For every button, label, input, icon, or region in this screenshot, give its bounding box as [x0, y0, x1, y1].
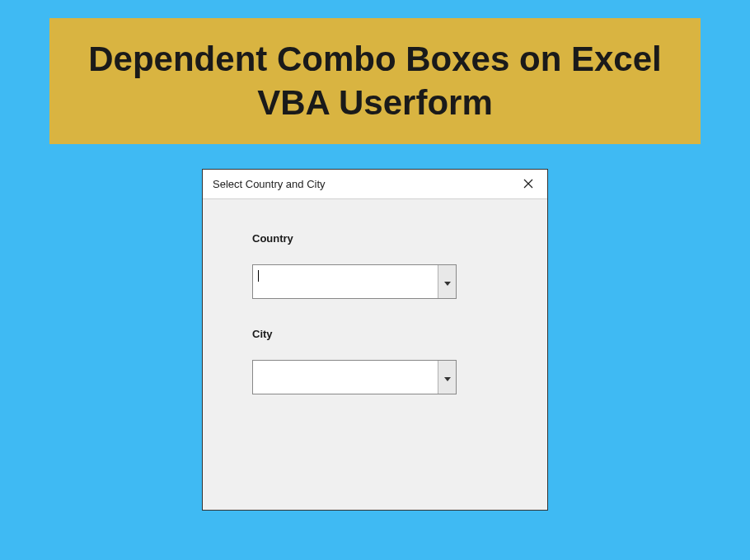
chevron-down-icon	[444, 370, 451, 385]
country-label: Country	[252, 232, 498, 245]
country-group: Country	[252, 232, 498, 299]
close-button[interactable]	[518, 174, 539, 195]
close-icon	[523, 177, 533, 192]
country-combobox[interactable]	[252, 264, 457, 299]
country-dropdown-button[interactable]	[438, 265, 456, 298]
country-input[interactable]	[253, 265, 438, 298]
banner-title: Dependent Combo Boxes on Excel VBA Userf…	[74, 38, 676, 124]
text-cursor	[258, 270, 259, 282]
window-title: Select Country and City	[213, 178, 326, 190]
svg-marker-3	[444, 377, 451, 381]
svg-marker-2	[444, 282, 451, 286]
city-input[interactable]	[253, 361, 438, 394]
form-body: Country City	[203, 199, 547, 448]
city-label: City	[252, 328, 498, 340]
city-dropdown-button[interactable]	[438, 361, 456, 394]
titlebar: Select Country and City	[203, 170, 547, 199]
title-banner: Dependent Combo Boxes on Excel VBA Userf…	[49, 18, 701, 144]
city-group: City	[252, 328, 498, 394]
city-combobox[interactable]	[252, 360, 457, 394]
userform-window: Select Country and City Country	[202, 169, 548, 511]
chevron-down-icon	[444, 274, 451, 289]
